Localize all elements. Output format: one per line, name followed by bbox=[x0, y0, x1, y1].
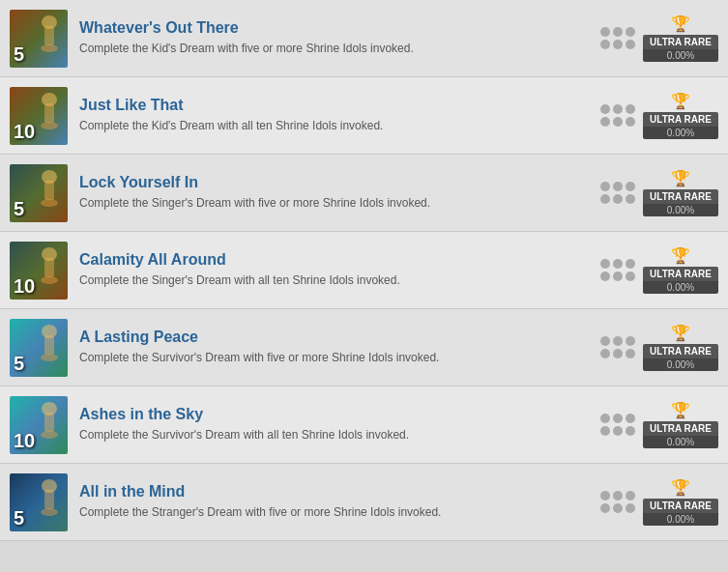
achievement-content: Ashes in the SkyComplete the Survivor's … bbox=[79, 406, 600, 443]
dots-grid bbox=[600, 104, 635, 127]
rarity-badge: 🏆ULTRA RARE0.00% bbox=[643, 14, 718, 62]
achievement-description: Complete the Singer's Dream with all ten… bbox=[79, 272, 591, 289]
achievement-title: Calamity All Around bbox=[79, 251, 591, 269]
svg-point-20 bbox=[41, 508, 58, 516]
dot bbox=[613, 259, 623, 269]
dots-grid bbox=[600, 414, 635, 436]
achievement-description: Complete the Singer's Dream with five or… bbox=[79, 195, 591, 212]
achievement-right: 🏆ULTRA RARE0.00% bbox=[600, 401, 718, 448]
dots-grid bbox=[600, 182, 635, 204]
achievement-right: 🏆ULTRA RARE0.00% bbox=[600, 324, 718, 371]
achievement-title: Ashes in the Sky bbox=[79, 406, 591, 423]
rarity-badge: 🏆ULTRA RARE0.00% bbox=[643, 92, 718, 139]
dot bbox=[626, 426, 635, 436]
achievement-list: 5Whatever's Out ThereComplete the Kid's … bbox=[0, 0, 728, 541]
achievement-item: 10Ashes in the SkyComplete the Survivor'… bbox=[0, 386, 728, 464]
dot bbox=[600, 259, 610, 269]
achievement-item: 5Whatever's Out ThereComplete the Kid's … bbox=[0, 0, 728, 77]
dot bbox=[626, 503, 635, 513]
dot bbox=[600, 40, 610, 49]
rarity-percent: 0.00% bbox=[643, 49, 718, 62]
dot bbox=[626, 336, 635, 346]
icon-number: 5 bbox=[14, 507, 24, 529]
svg-rect-1 bbox=[44, 26, 54, 45]
achievement-description: Complete the Kid's Dream with all ten Sh… bbox=[79, 118, 591, 134]
achievement-icon: 10 bbox=[10, 396, 68, 454]
achievement-content: Calamity All AroundComplete the Singer's… bbox=[79, 251, 600, 289]
achievement-content: Lock Yourself InComplete the Singer's Dr… bbox=[79, 174, 600, 212]
dot bbox=[613, 104, 623, 114]
dot bbox=[626, 27, 635, 37]
svg-point-14 bbox=[41, 354, 58, 361]
svg-point-5 bbox=[41, 122, 58, 129]
achievement-right: 🏆ULTRA RARE0.00% bbox=[600, 92, 718, 139]
achievement-icon: 5 bbox=[10, 10, 68, 68]
icon-number: 10 bbox=[14, 430, 35, 452]
dot bbox=[626, 40, 635, 49]
dot bbox=[613, 40, 623, 49]
dot bbox=[600, 491, 610, 500]
rarity-label: ULTRA RARE bbox=[643, 189, 718, 204]
dot bbox=[626, 414, 635, 423]
rarity-badge: 🏆ULTRA RARE0.00% bbox=[643, 324, 718, 371]
rarity-percent: 0.00% bbox=[643, 513, 718, 526]
achievement-icon: 5 bbox=[10, 164, 68, 222]
achievement-title: Whatever's Out There bbox=[79, 19, 591, 37]
dot bbox=[626, 491, 635, 500]
dot bbox=[600, 117, 610, 127]
rarity-label: ULTRA RARE bbox=[643, 421, 718, 436]
trophy-icon: 🏆 bbox=[671, 92, 690, 110]
dot bbox=[613, 426, 623, 436]
achievement-description: Complete the Stranger's Dream with five … bbox=[79, 504, 591, 521]
rarity-badge: 🏆ULTRA RARE0.00% bbox=[643, 246, 718, 294]
rarity-label: ULTRA RARE bbox=[643, 112, 718, 127]
trophy-icon: 🏆 bbox=[671, 401, 690, 419]
svg-rect-7 bbox=[44, 181, 54, 200]
dot bbox=[600, 182, 610, 191]
rarity-label: ULTRA RARE bbox=[643, 267, 718, 281]
achievement-right: 🏆ULTRA RARE0.00% bbox=[600, 478, 718, 526]
icon-number: 10 bbox=[14, 275, 35, 298]
dot bbox=[613, 349, 623, 358]
dot bbox=[600, 194, 610, 204]
dot bbox=[613, 414, 623, 423]
dot bbox=[600, 426, 610, 436]
rarity-percent: 0.00% bbox=[643, 204, 718, 216]
dot bbox=[600, 104, 610, 114]
dot bbox=[626, 182, 635, 191]
trophy-icon: 🏆 bbox=[671, 246, 690, 265]
trophy-icon: 🏆 bbox=[671, 324, 690, 342]
dot bbox=[600, 349, 610, 358]
dot bbox=[626, 194, 635, 204]
achievement-item: 5A Lasting PeaceComplete the Survivor's … bbox=[0, 309, 728, 386]
achievement-description: Complete the Survivor's Dream with all t… bbox=[79, 427, 591, 443]
achievement-icon: 5 bbox=[10, 473, 68, 531]
achievement-content: Just Like ThatComplete the Kid's Dream w… bbox=[79, 97, 600, 134]
dots-grid bbox=[600, 491, 635, 513]
svg-point-2 bbox=[41, 44, 58, 52]
svg-rect-4 bbox=[44, 103, 54, 123]
achievement-content: A Lasting PeaceComplete the Survivor's D… bbox=[79, 329, 600, 366]
dot bbox=[600, 272, 610, 281]
dot bbox=[626, 259, 635, 269]
dot bbox=[600, 336, 610, 346]
rarity-percent: 0.00% bbox=[643, 358, 718, 371]
dot bbox=[600, 27, 610, 37]
svg-point-17 bbox=[41, 431, 58, 439]
rarity-percent: 0.00% bbox=[643, 281, 718, 294]
achievement-icon: 5 bbox=[10, 319, 68, 377]
achievement-description: Complete the Survivor's Dream with five … bbox=[79, 350, 591, 366]
dots-grid bbox=[600, 259, 635, 281]
rarity-badge: 🏆ULTRA RARE0.00% bbox=[643, 169, 718, 216]
rarity-label: ULTRA RARE bbox=[643, 499, 718, 513]
rarity-label: ULTRA RARE bbox=[643, 35, 718, 49]
achievement-item: 10Calamity All AroundComplete the Singer… bbox=[0, 232, 728, 309]
dots-grid bbox=[600, 27, 635, 49]
dot bbox=[613, 336, 623, 346]
dot bbox=[613, 491, 623, 500]
achievement-title: Just Like That bbox=[79, 97, 591, 114]
rarity-label: ULTRA RARE bbox=[643, 344, 718, 358]
rarity-badge: 🏆ULTRA RARE0.00% bbox=[643, 478, 718, 526]
rarity-percent: 0.00% bbox=[643, 436, 718, 448]
dot bbox=[613, 194, 623, 204]
